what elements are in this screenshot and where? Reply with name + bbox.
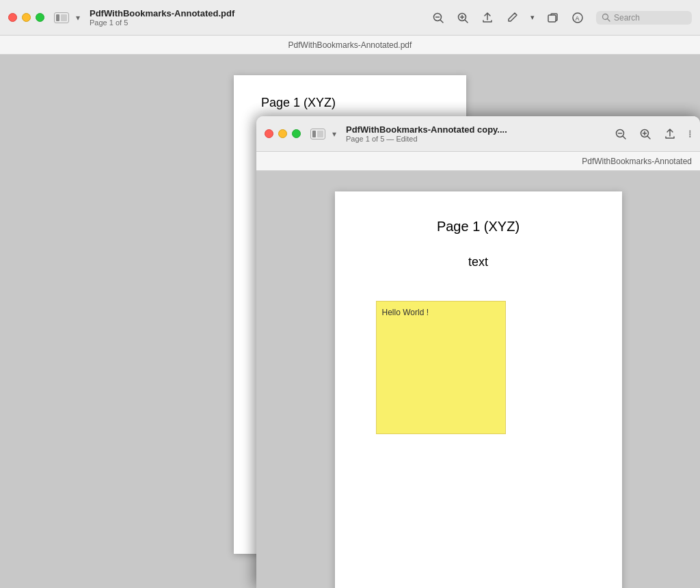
bg-share-icon[interactable] [481, 12, 494, 24]
bg-zoom-out-icon[interactable] [432, 12, 444, 24]
svg-line-13 [623, 136, 626, 139]
fg-titlebar: ▾ PdfWithBookmarks-Annotated copy.... Pa… [256, 116, 700, 152]
fg-sticky-note-text: Hello World ! [382, 308, 429, 317]
bg-maximize-button[interactable] [36, 13, 44, 22]
bg-annotate-icon[interactable]: A [571, 12, 584, 24]
bg-titlebar: ▾ PdfWithBookmarks-Annotated.pdf Page 1 … [0, 0, 700, 36]
bg-pen-icon[interactable] [506, 12, 518, 24]
bg-title-block: PdfWithBookmarks-Annotated.pdf Page 1 of… [90, 8, 234, 27]
fg-tab-bar: PdfWithBookmarks-Annotated [256, 152, 700, 171]
bg-traffic-lights [8, 13, 44, 22]
bg-zoom-in-icon[interactable] [457, 12, 469, 24]
bg-filename: PdfWithBookmarks-Annotated.pdf [90, 8, 234, 18]
fg-tab-label: PdfWithBookmarks-Annotated [582, 157, 692, 166]
svg-line-11 [608, 19, 610, 21]
foreground-window: ▾ PdfWithBookmarks-Annotated copy.... Pa… [256, 116, 700, 588]
fg-sidebar-toggle-button[interactable] [310, 129, 325, 139]
bg-minimize-button[interactable] [22, 13, 31, 22]
fg-minimize-button[interactable] [278, 129, 287, 138]
fg-maximize-button[interactable] [292, 129, 301, 138]
fg-share-icon[interactable] [664, 128, 676, 140]
fg-page-info: Page 1 of 5 — Edited [346, 135, 507, 143]
fg-extra-icon[interactable]: ⁞ [688, 129, 692, 139]
bg-page-info: Page 1 of 5 [90, 18, 234, 27]
svg-line-4 [466, 20, 468, 23]
bg-toolbar-icons: ▾ A Search [432, 11, 692, 25]
bg-search-icon [602, 13, 610, 22]
svg-line-1 [441, 20, 444, 23]
fg-traffic-lights [265, 129, 301, 138]
fg-toolbar-icons: ⁞ [615, 128, 692, 140]
bg-close-button[interactable] [8, 13, 17, 22]
bg-pen-chevron-icon[interactable]: ▾ [530, 13, 535, 22]
fg-sidebar-chevron-icon[interactable]: ▾ [332, 129, 336, 139]
bg-sidebar-toggle-button[interactable] [54, 12, 69, 23]
fg-sticky-note[interactable]: Hello World ! [376, 301, 506, 434]
fg-zoom-in-icon[interactable] [639, 128, 651, 140]
fg-pdf-page-title: Page 1 (XYZ) [376, 219, 581, 235]
fg-close-button[interactable] [265, 129, 273, 138]
fg-zoom-out-icon[interactable] [615, 128, 627, 140]
bg-search-placeholder: Search [614, 13, 640, 23]
bg-sidebar-chevron-icon[interactable]: ▾ [76, 13, 80, 23]
fg-title-block: PdfWithBookmarks-Annotated copy.... Page… [346, 124, 507, 143]
svg-text:A: A [576, 15, 580, 22]
bg-window-icon[interactable] [547, 12, 559, 24]
fg-filename: PdfWithBookmarks-Annotated copy.... [346, 124, 507, 135]
fg-pdf-page-text: text [376, 255, 581, 269]
bg-tab-label: PdfWithBookmarks-Annotated.pdf [288, 40, 412, 50]
svg-point-10 [603, 14, 608, 20]
bg-tab-bar: PdfWithBookmarks-Annotated.pdf [0, 36, 700, 55]
bg-pdf-page-title: Page 1 (XYZ) [261, 96, 439, 110]
fg-pdf-page: Page 1 (XYZ) text Hello World ! [335, 191, 622, 588]
bg-search-box[interactable]: Search [596, 11, 692, 25]
fg-content-area: Page 1 (XYZ) text Hello World ! [256, 171, 700, 588]
svg-line-16 [648, 136, 651, 139]
svg-rect-7 [548, 15, 556, 22]
